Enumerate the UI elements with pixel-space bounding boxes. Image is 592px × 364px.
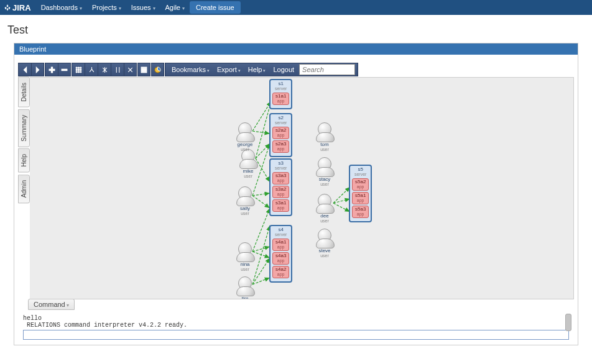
app-node-s4a1[interactable]: s4a1app [272, 239, 289, 251]
grid-button[interactable] [72, 63, 85, 76]
user-label: ninauser [235, 262, 255, 272]
user-node-tim[interactable]: timuser [235, 276, 255, 299]
server-node-s2[interactable]: s2servers2a2apps2a3app [269, 113, 292, 157]
nav-forward-button[interactable] [31, 63, 44, 76]
bookmarks-menu[interactable]: Bookmarks [168, 66, 213, 73]
user-label: timuser [235, 296, 255, 299]
nav-agile[interactable]: Agile [160, 1, 190, 14]
nav-dashboards[interactable]: Dashboards [36, 1, 87, 14]
sidetab-details[interactable]: Details [18, 77, 30, 107]
search-input[interactable] [299, 64, 355, 75]
server-label: s1server [272, 81, 289, 91]
jira-logo[interactable]: JIRA [4, 3, 31, 12]
svg-point-0 [76, 67, 77, 68]
user-node-mike[interactable]: mikeuser [238, 149, 258, 179]
console-output: hello RELATIONS command interpreter v4.2… [19, 314, 573, 329]
svg-rect-9 [141, 67, 147, 68]
graph-edge [252, 258, 270, 284]
user-avatar-icon [238, 242, 252, 256]
user-avatar-icon [238, 186, 252, 200]
search-box [299, 64, 355, 75]
graph-edge [252, 101, 271, 131]
graph-edge [252, 208, 270, 252]
user-avatar-icon [318, 229, 331, 242]
svg-point-6 [76, 71, 77, 72]
layout-tree-button[interactable] [85, 63, 98, 76]
graph-edge [252, 131, 270, 134]
user-label: sallyuser [235, 206, 255, 216]
layout-vertical-button[interactable] [111, 63, 124, 76]
svg-point-2 [80, 67, 81, 68]
layout-radial-button[interactable] [124, 63, 137, 76]
user-label: tomuser [315, 142, 335, 152]
server-node-s1[interactable]: s1servers1a1app [269, 79, 292, 109]
user-label: steveuser [315, 248, 335, 258]
app-node-s2a2[interactable]: s2a2app [272, 127, 289, 139]
user-node-steve[interactable]: steveuser [315, 229, 335, 258]
server-node-s5[interactable]: s5servers5a2apps5a1apps5a3app [349, 165, 372, 222]
graph-canvas[interactable]: georgeusermikeusersallyuserninausertimus… [30, 77, 574, 299]
app-node-s4a3[interactable]: s4a3app [272, 252, 289, 265]
server-node-s3[interactable]: s3servers3a3apps3a2apps3a1app [269, 158, 292, 216]
svg-point-1 [78, 67, 79, 68]
user-avatar-icon [318, 194, 331, 207]
user-node-george[interactable]: georgeuser [235, 122, 255, 152]
logout-button[interactable]: Logout [269, 66, 298, 73]
user-avatar-icon [318, 157, 331, 171]
graph-edge [252, 247, 270, 252]
svg-point-3 [76, 69, 77, 70]
user-label: georgeuser [235, 142, 255, 152]
export-menu[interactable]: Export [213, 66, 244, 73]
sidetab-help[interactable]: Help [18, 148, 30, 173]
svg-point-5 [80, 69, 81, 70]
graph-edge [252, 193, 270, 196]
nav-projects[interactable]: Projects [87, 1, 126, 14]
user-node-sally[interactable]: sallyuser [235, 186, 255, 216]
command-tab[interactable]: Command [28, 299, 75, 310]
blueprint-panel: Blueprint [14, 43, 578, 345]
app-node-s5a2[interactable]: s5a2app [352, 178, 369, 191]
app-node-s1a1[interactable]: s1a1app [272, 93, 289, 105]
app-node-s4a2[interactable]: s4a2app [272, 266, 289, 278]
graph-edge [252, 278, 270, 284]
graph-edge [333, 199, 350, 203]
user-avatar-icon [318, 122, 331, 136]
page-title: Test [0, 15, 592, 43]
panel-header: Blueprint [14, 43, 578, 55]
brand-text: JIRA [12, 3, 31, 12]
app-node-s5a3[interactable]: s5a3app [352, 206, 369, 218]
help-menu[interactable]: Help [244, 66, 270, 73]
sidetab-admin[interactable]: Admin [18, 175, 30, 203]
app-node-s3a2[interactable]: s3a2app [272, 186, 289, 198]
chart-button[interactable] [151, 63, 164, 76]
app-node-s2a3[interactable]: s2a3app [272, 140, 289, 153]
user-label: mikeuser [238, 169, 258, 179]
app-node-s3a1[interactable]: s3a1app [272, 199, 289, 212]
console-input[interactable] [23, 330, 569, 340]
app-node-s5a1[interactable]: s5a1app [352, 192, 369, 204]
zoom-out-button[interactable] [58, 63, 71, 76]
create-issue-button[interactable]: Create issue [190, 1, 241, 14]
app-node-s3a3[interactable]: s3a3app [272, 172, 289, 184]
user-avatar-icon [238, 122, 252, 136]
nav-back-button[interactable] [18, 63, 31, 76]
graph-edge [252, 196, 270, 208]
layout-network-button[interactable] [98, 63, 111, 76]
user-node-nina[interactable]: ninauser [235, 242, 255, 272]
nav-issues[interactable]: Issues [126, 1, 160, 14]
user-node-tom[interactable]: tomuser [315, 122, 335, 152]
user-label: deeuser [315, 214, 335, 224]
user-node-dee[interactable]: deeuser [315, 194, 335, 224]
svg-rect-11 [141, 71, 147, 72]
user-avatar-icon [238, 276, 252, 290]
svg-point-4 [78, 69, 79, 70]
console-scrollbar[interactable] [565, 314, 571, 331]
server-label: s5server [352, 167, 369, 177]
toolbar: Bookmarks Export Help Logout [18, 62, 574, 77]
server-label: s3server [272, 161, 289, 171]
zoom-in-button[interactable] [45, 63, 58, 76]
sidetab-summary[interactable]: Summary [18, 109, 30, 147]
list-view-button[interactable] [137, 63, 150, 76]
user-node-stacy[interactable]: stacyuser [315, 157, 335, 187]
server-node-s4[interactable]: s4servers4a1apps4a3apps4a2app [269, 225, 292, 283]
